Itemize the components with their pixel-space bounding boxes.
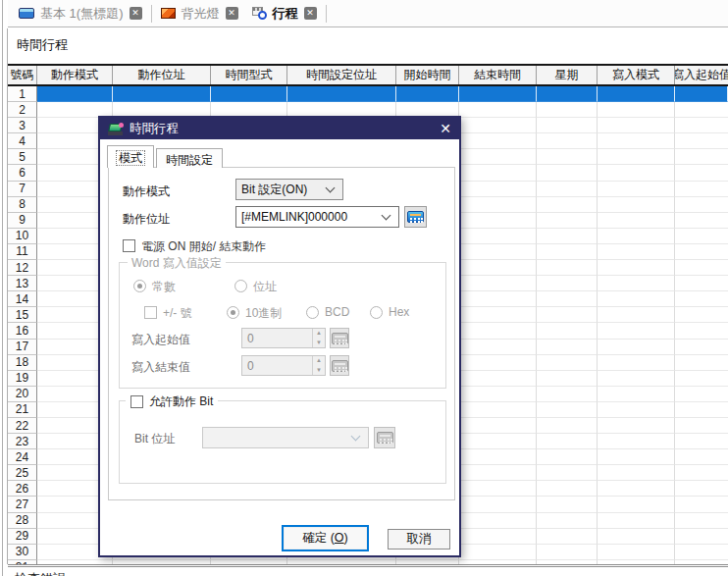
table-cell[interactable] [598, 165, 675, 181]
table-cell[interactable] [537, 118, 598, 133]
row-number-cell[interactable]: 25 [8, 465, 37, 481]
spinner-arrows-icon[interactable]: ▲▼ [312, 329, 325, 347]
table-cell[interactable] [675, 86, 728, 102]
table-cell[interactable] [459, 118, 537, 133]
table-cell[interactable] [598, 449, 675, 465]
ok-button[interactable]: 確定 (O) [284, 527, 367, 550]
row-number-cell[interactable]: 27 [8, 497, 37, 512]
column-header[interactable]: 動作模式 [37, 66, 113, 84]
bit-address-combo[interactable] [202, 427, 369, 448]
row-number-cell[interactable]: 17 [8, 340, 37, 355]
table-cell[interactable] [459, 481, 537, 497]
table-cell[interactable] [537, 449, 598, 465]
table-cell[interactable] [675, 371, 728, 387]
table-cell[interactable] [537, 529, 598, 545]
close-icon[interactable]: ✕ [226, 7, 238, 20]
table-cell[interactable] [211, 560, 287, 565]
table-cell[interactable] [537, 213, 598, 229]
table-cell[interactable] [675, 481, 728, 497]
table-cell[interactable] [37, 560, 113, 565]
table-cell[interactable] [598, 182, 675, 197]
write-end-keypad-button[interactable] [330, 355, 349, 376]
power-on-checkbox[interactable] [123, 239, 135, 252]
action-address-combo[interactable]: [#MEMLINK]000000 [235, 206, 399, 228]
table-cell[interactable] [598, 260, 675, 276]
table-cell[interactable] [598, 291, 675, 307]
table-cell[interactable] [675, 244, 728, 260]
row-number-cell[interactable]: 22 [8, 418, 37, 434]
column-header[interactable]: 星期 [537, 66, 598, 84]
table-cell[interactable] [598, 133, 675, 149]
table-cell[interactable] [459, 133, 537, 149]
column-header[interactable]: 時間設定位址 [287, 66, 396, 84]
table-cell[interactable] [598, 560, 675, 565]
table-cell[interactable] [598, 529, 675, 545]
cancel-button[interactable]: 取消 [388, 529, 450, 550]
row-number-cell[interactable]: 21 [8, 402, 37, 418]
table-cell[interactable] [537, 323, 598, 339]
table-cell[interactable] [287, 86, 396, 102]
table-cell[interactable] [675, 276, 728, 291]
write-end-spinbox[interactable]: 0 ▲▼ [241, 355, 326, 376]
table-cell[interactable] [675, 260, 728, 276]
table-cell[interactable] [537, 560, 598, 565]
table-cell[interactable] [459, 260, 537, 276]
table-cell[interactable] [537, 86, 598, 102]
table-cell[interactable] [675, 213, 728, 229]
table-cell[interactable] [675, 340, 728, 355]
table-cell[interactable] [598, 213, 675, 229]
table-cell[interactable] [598, 402, 675, 418]
tab-time-setting[interactable]: 時間設定 [156, 148, 223, 168]
row-number-cell[interactable]: 8 [8, 197, 37, 213]
row-number-cell[interactable]: 4 [8, 133, 37, 149]
table-cell[interactable] [537, 545, 598, 560]
action-mode-dropdown[interactable]: Bit 設定(ON) [235, 179, 343, 200]
address-keypad-button[interactable] [404, 206, 427, 228]
table-cell[interactable] [459, 197, 537, 213]
row-number-cell[interactable]: 7 [8, 182, 37, 197]
row-number-cell[interactable]: 26 [8, 481, 37, 497]
table-cell[interactable] [675, 323, 728, 339]
table-cell[interactable] [598, 307, 675, 323]
table-cell[interactable] [537, 276, 598, 291]
row-number-cell[interactable]: 5 [8, 149, 37, 165]
table-cell[interactable] [459, 165, 537, 181]
write-start-keypad-button[interactable] [330, 328, 349, 348]
table-cell[interactable] [675, 149, 728, 165]
row-number-cell[interactable]: 20 [8, 387, 37, 402]
enable-bit-checkbox[interactable] [130, 395, 143, 408]
row-number-cell[interactable]: 11 [8, 244, 37, 260]
table-cell[interactable] [459, 449, 537, 465]
table-cell[interactable] [459, 102, 537, 118]
table-cell[interactable] [675, 355, 728, 371]
table-row[interactable]: 31 [8, 560, 728, 565]
table-cell[interactable] [537, 434, 598, 449]
table-cell[interactable] [598, 323, 675, 339]
table-cell[interactable] [459, 307, 537, 323]
table-cell[interactable] [598, 355, 675, 371]
table-cell[interactable] [675, 229, 728, 244]
table-cell[interactable] [287, 560, 396, 565]
column-header[interactable]: 動作位址 [113, 66, 211, 84]
table-cell[interactable] [537, 465, 598, 481]
row-number-cell[interactable]: 29 [8, 529, 37, 545]
column-header[interactable]: 號碼 [8, 66, 37, 84]
table-cell[interactable] [459, 291, 537, 307]
table-cell[interactable] [459, 213, 537, 229]
table-cell[interactable] [537, 355, 598, 371]
row-number-cell[interactable]: 18 [8, 355, 37, 371]
row-number-cell[interactable]: 28 [8, 513, 37, 529]
table-cell[interactable] [537, 307, 598, 323]
table-cell[interactable] [537, 291, 598, 307]
hex-radio[interactable] [370, 306, 383, 319]
table-cell[interactable] [537, 165, 598, 181]
table-cell[interactable] [459, 513, 537, 529]
table-cell[interactable] [459, 323, 537, 339]
table-cell[interactable] [675, 560, 728, 565]
table-cell[interactable] [598, 118, 675, 133]
table-cell[interactable] [459, 182, 537, 197]
tab-backlight[interactable]: 背光燈 ✕ [154, 0, 245, 26]
table-cell[interactable] [598, 276, 675, 291]
table-cell[interactable] [459, 387, 537, 402]
table-cell[interactable] [598, 197, 675, 213]
